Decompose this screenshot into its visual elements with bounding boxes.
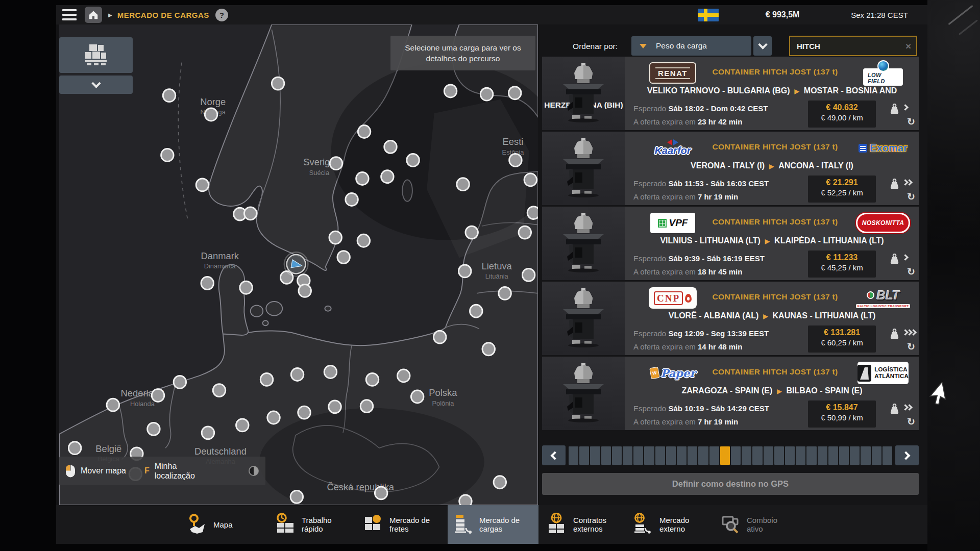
- city-dot[interactable]: [267, 411, 280, 424]
- city-dot[interactable]: [499, 287, 511, 299]
- page-segment[interactable]: [677, 446, 687, 465]
- city-dot[interactable]: [298, 406, 310, 419]
- city-dot[interactable]: [509, 154, 522, 167]
- location-toggle-icon[interactable]: [248, 465, 259, 477]
- city-dot[interactable]: [356, 172, 369, 185]
- city-dot[interactable]: [337, 251, 350, 264]
- city-dot[interactable]: [161, 149, 174, 162]
- page-segment[interactable]: [806, 446, 816, 465]
- cargo-type-filter-button[interactable]: [59, 37, 133, 73]
- page-segment[interactable]: [774, 446, 784, 465]
- city-dot[interactable]: [202, 427, 214, 439]
- city-dot[interactable]: [280, 271, 292, 284]
- nav-item-mapa[interactable]: Mapa: [187, 505, 239, 544]
- city-dot[interactable]: [366, 373, 378, 386]
- city-dot[interactable]: [201, 277, 213, 290]
- nav-item-mercado-externo[interactable]: Mercado externo: [633, 505, 706, 544]
- page-segment[interactable]: [872, 446, 881, 465]
- page-segment[interactable]: [623, 446, 632, 465]
- city-dot[interactable]: [346, 193, 358, 206]
- page-segment[interactable]: [633, 446, 643, 465]
- sort-open-button[interactable]: [753, 36, 772, 56]
- city-dot[interactable]: [68, 442, 81, 455]
- city-dot[interactable]: [324, 366, 336, 379]
- city-dot[interactable]: [358, 126, 370, 138]
- city-dot[interactable]: [470, 305, 482, 317]
- city-dot[interactable]: [244, 207, 256, 220]
- city-dot[interactable]: [174, 375, 186, 388]
- previous-page-button[interactable]: [542, 445, 566, 465]
- page-segment-active[interactable]: [720, 446, 730, 465]
- page-segment[interactable]: [752, 446, 762, 465]
- menu-icon[interactable]: [62, 9, 77, 20]
- page-segment[interactable]: [590, 446, 600, 465]
- city-dot[interactable]: [152, 389, 164, 402]
- cargo-offer-row[interactable]: CNP CONTAINER HITCH JOST (137 t) BLTBALT…: [542, 282, 919, 355]
- search-input[interactable]: [790, 42, 900, 51]
- city-dot[interactable]: [494, 476, 506, 489]
- clear-search-icon[interactable]: ×: [900, 41, 916, 51]
- page-segment[interactable]: [861, 446, 870, 465]
- page-segment[interactable]: [742, 446, 751, 465]
- city-dot[interactable]: [213, 384, 225, 397]
- city-dot[interactable]: [375, 487, 387, 499]
- page-segment[interactable]: [655, 446, 665, 465]
- nav-item-mercado-de-fretes[interactable]: Mercado de fretes: [363, 505, 436, 544]
- page-segment[interactable]: [601, 446, 611, 465]
- city-dot[interactable]: [384, 140, 397, 153]
- city-dot[interactable]: [291, 368, 303, 381]
- page-segment[interactable]: [579, 446, 589, 465]
- cargo-offer-row[interactable]: HERZEGOVINA (BIH) RENAT CONTAINER HI: [542, 57, 919, 130]
- cargo-offer-row[interactable]: WPaper CONTAINER HITCH JOST (137 t) LOGÍ…: [542, 357, 919, 430]
- collapse-filter-button[interactable]: [59, 76, 133, 94]
- page-segment[interactable]: [698, 446, 708, 465]
- city-dot[interactable]: [482, 343, 495, 356]
- city-dot[interactable]: [407, 154, 419, 167]
- page-segment[interactable]: [839, 446, 849, 465]
- city-dot[interactable]: [458, 265, 471, 278]
- page-segment[interactable]: [569, 446, 578, 465]
- city-dot[interactable]: [434, 331, 446, 343]
- city-dot[interactable]: [381, 170, 394, 183]
- set-gps-destination-button[interactable]: Definir como destino no GPS: [542, 473, 919, 495]
- city-dot[interactable]: [360, 400, 373, 413]
- page-segment[interactable]: [666, 446, 676, 465]
- page-segment[interactable]: [883, 446, 892, 465]
- city-dot[interactable]: [299, 285, 311, 297]
- map-view[interactable]: NorgeNoruegaSverigeSuéciaEestiEstôniaDan…: [59, 24, 538, 505]
- city-dot[interactable]: [524, 173, 536, 186]
- cargo-offer-row[interactable]: VPF CONTAINER HITCH JOST (137 t) NOSKONI…: [542, 207, 919, 280]
- city-dot[interactable]: [457, 178, 469, 191]
- city-dot[interactable]: [290, 490, 303, 503]
- page-segment[interactable]: [731, 446, 741, 465]
- nav-item-mercado-de-cargas[interactable]: Mercado de cargas: [453, 505, 526, 544]
- city-dot[interactable]: [148, 422, 160, 435]
- city-dot[interactable]: [272, 77, 284, 90]
- city-dot[interactable]: [205, 108, 217, 121]
- city-dot[interactable]: [459, 495, 472, 505]
- cargo-offer-row[interactable]: Kaarfor CONTAINER HITCH JOST (137 t) Exo…: [542, 132, 919, 205]
- city-dot[interactable]: [411, 390, 423, 403]
- nav-item-trabalho-r-pido[interactable]: Trabalho rápido: [275, 505, 349, 544]
- city-dot[interactable]: [329, 231, 341, 244]
- nav-item-contratos-externos[interactable]: Contratos externos: [547, 505, 620, 544]
- city-dot[interactable]: [527, 207, 538, 219]
- city-dot[interactable]: [329, 400, 341, 413]
- city-dot[interactable]: [508, 87, 521, 99]
- page-segment[interactable]: [818, 446, 827, 465]
- city-dot[interactable]: [196, 179, 208, 191]
- page-segment[interactable]: [688, 446, 697, 465]
- page-segment[interactable]: [612, 446, 622, 465]
- city-dot[interactable]: [240, 281, 252, 294]
- city-dot[interactable]: [519, 226, 531, 239]
- page-segment[interactable]: [796, 446, 805, 465]
- page-segment[interactable]: [764, 446, 773, 465]
- city-dot[interactable]: [522, 268, 534, 281]
- page-segment[interactable]: [785, 446, 795, 465]
- page-segment[interactable]: [828, 446, 838, 465]
- page-segment[interactable]: [644, 446, 654, 465]
- city-dot[interactable]: [163, 89, 175, 102]
- city-dot[interactable]: [330, 157, 342, 170]
- home-button[interactable]: [85, 7, 102, 23]
- page-segment[interactable]: [709, 446, 719, 465]
